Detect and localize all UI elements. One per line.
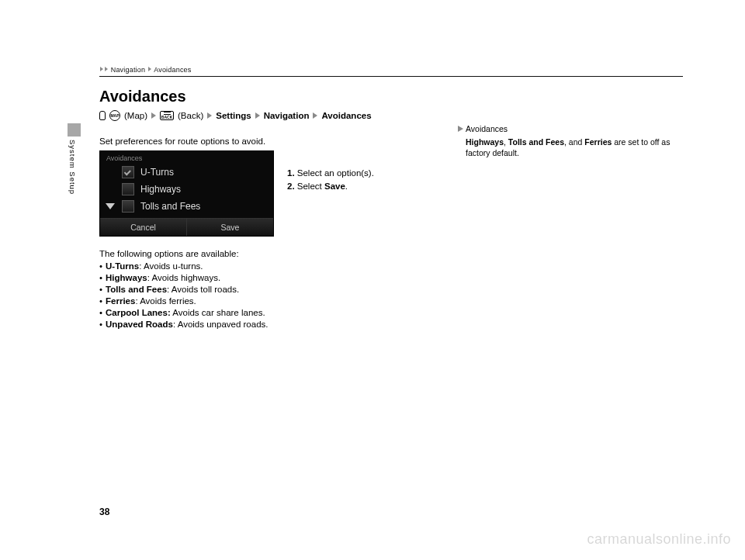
list-item: •Ferries: Avoids ferries.	[99, 296, 441, 306]
map-button-icon: MAP	[109, 110, 120, 121]
screenshot-buttons: Cancel Save	[100, 218, 273, 236]
option-label: Tolls and Fees	[140, 201, 200, 212]
chevron-right-icon	[151, 112, 156, 119]
manual-page: Navigation Avoidances System Setup Avoid…	[0, 0, 745, 560]
screenshot-option: Tolls and Fees	[100, 198, 273, 215]
chevron-right-icon	[105, 67, 108, 71]
note-icon	[458, 126, 463, 132]
options-intro: The following options are available:	[99, 249, 441, 258]
section-tab-icon	[68, 123, 81, 137]
breadcrumb: Navigation Avoidances	[0, 66, 745, 74]
checkbox-icon	[122, 200, 134, 213]
steps: 1. Select an option(s). 2. Select Save.	[287, 167, 374, 194]
chevron-right-icon	[148, 67, 151, 71]
button-sequence: MAP (Map) BACK (Back) Settings Navigatio…	[99, 110, 441, 121]
chevron-right-icon	[100, 67, 103, 71]
scroll-down-icon	[106, 203, 115, 209]
label-map: (Map)	[124, 111, 147, 120]
checkbox-icon	[122, 183, 134, 195]
back-button-icon: BACK	[160, 111, 174, 120]
option-label: Highways	[140, 184, 181, 195]
main-column: MAP (Map) BACK (Back) Settings Navigatio…	[99, 110, 441, 331]
caption: Set preferences for route options to avo…	[99, 137, 441, 146]
list-item: •Carpool Lanes: Avoids car share lanes.	[99, 308, 441, 317]
option-label: U-Turns	[140, 167, 174, 178]
chevron-right-icon	[207, 112, 212, 119]
cancel-button: Cancel	[100, 219, 186, 236]
side-note-title: Avoidances	[466, 124, 508, 133]
side-note-body: Highways, Tolls and Fees, and Ferries ar…	[458, 137, 675, 158]
checkbox-icon	[122, 166, 134, 178]
breadcrumb-item: Avoidances	[154, 66, 191, 74]
page-number: 38	[99, 506, 109, 517]
screenshot-option: Highways	[100, 181, 273, 198]
label-avoidances: Avoidances	[321, 111, 371, 120]
label-navigation: Navigation	[264, 111, 310, 120]
list-item: •Highways: Avoids highways.	[99, 273, 441, 282]
page-title: Avoidances	[0, 77, 745, 110]
screenshot-title: Avoidances	[100, 151, 273, 164]
chevron-right-icon	[255, 112, 260, 119]
list-item: •Unpaved Roads: Avoids unpaved roads.	[99, 320, 441, 329]
device-screenshot: Avoidances U-Turns Highways Tolls and Fe…	[99, 150, 274, 237]
options-list: •U-Turns: Avoids u-turns. •Highways: Avo…	[99, 261, 441, 329]
watermark: carmanualsonline.info	[587, 531, 731, 548]
check-icon	[124, 168, 131, 175]
label-back: (Back)	[178, 111, 203, 120]
screenshot-option: U-Turns	[100, 164, 273, 181]
label-settings: Settings	[216, 111, 251, 120]
chevron-right-icon	[313, 112, 317, 119]
list-item: •U-Turns: Avoids u-turns.	[99, 261, 441, 271]
side-note: Avoidances Highways, Tolls and Fees, and…	[458, 124, 675, 158]
save-button: Save	[186, 219, 273, 236]
breadcrumb-item: Navigation	[111, 66, 146, 74]
section-label: System Setup	[68, 140, 77, 195]
list-item: •Tolls and Fees: Avoids toll roads.	[99, 285, 441, 294]
side-note-head: Avoidances	[458, 124, 675, 133]
press-icon	[99, 111, 106, 120]
